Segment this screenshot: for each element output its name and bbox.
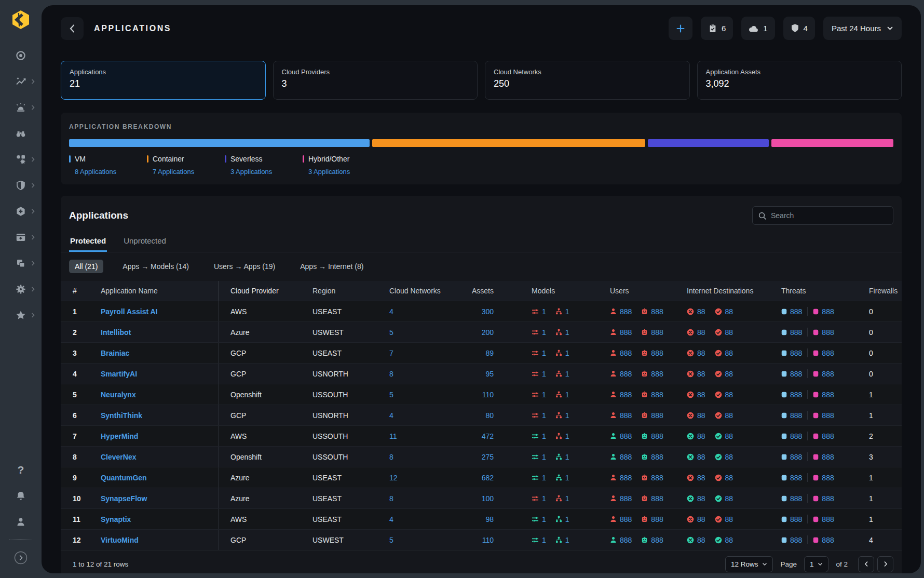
threat-chip-count-link[interactable]: 888 [822, 391, 834, 399]
user-count-link[interactable]: 888 [620, 536, 632, 544]
threat-chip-count-link[interactable]: 888 [790, 494, 802, 503]
circle-check-count-link[interactable]: 88 [725, 411, 733, 420]
circle-check-count-link[interactable]: 88 [725, 328, 733, 337]
threat-chip-count-link[interactable]: 888 [790, 411, 802, 420]
threat-chip-count-link[interactable]: 888 [790, 474, 802, 482]
cloud-networks-link[interactable]: 8 [389, 494, 393, 503]
robot-count-link[interactable]: 888 [651, 453, 663, 461]
threat-chip-count-link[interactable]: 888 [822, 411, 834, 420]
application-name-link[interactable]: Brainiac [101, 349, 129, 357]
breakdown-segment-severless[interactable] [648, 139, 769, 147]
legend-count-link[interactable]: 3 Applications [230, 168, 272, 176]
assets-link[interactable]: 95 [485, 370, 494, 378]
cloud-networks-link[interactable]: 4 [389, 411, 393, 420]
robot-count-link[interactable]: 888 [651, 432, 663, 440]
hierarchy-count-link[interactable]: 1 [565, 411, 569, 420]
threat-chip-count-link[interactable]: 888 [790, 432, 802, 440]
application-name-link[interactable]: SynapseFlow [101, 494, 147, 503]
sliders-count-link[interactable]: 1 [542, 432, 546, 440]
user-count-link[interactable]: 888 [620, 370, 632, 378]
hierarchy-count-link[interactable]: 1 [565, 453, 569, 461]
sliders-count-link[interactable]: 1 [542, 494, 546, 503]
sidebar-item-account[interactable] [0, 509, 42, 535]
sliders-count-link[interactable]: 1 [542, 536, 546, 544]
stat-card-cloud-providers[interactable]: Cloud Providers 3 [273, 61, 478, 100]
hierarchy-count-link[interactable]: 1 [565, 536, 569, 544]
sliders-count-link[interactable]: 1 [542, 370, 546, 378]
hierarchy-count-link[interactable]: 1 [565, 349, 569, 357]
circle-x-count-link[interactable]: 88 [697, 432, 705, 440]
assets-link[interactable]: 110 [482, 391, 494, 399]
circle-x-count-link[interactable]: 88 [697, 391, 705, 399]
sidebar-expand-button[interactable] [0, 545, 42, 571]
robot-count-link[interactable]: 888 [651, 391, 663, 399]
circle-x-count-link[interactable]: 88 [697, 474, 705, 482]
stat-card-cloud-networks[interactable]: Cloud Networks 250 [485, 61, 690, 100]
threat-chip-count-link[interactable]: 888 [822, 453, 834, 461]
threat-chip-count-link[interactable]: 888 [790, 536, 802, 544]
assets-link[interactable]: 200 [482, 328, 494, 337]
legend-count-link[interactable]: 7 Applications [153, 168, 194, 176]
rows-per-page-select[interactable]: 12 Rows [725, 556, 773, 572]
robot-count-link[interactable]: 888 [651, 474, 663, 482]
hierarchy-count-link[interactable]: 1 [565, 307, 569, 316]
threat-chip-count-link[interactable]: 888 [790, 370, 802, 378]
threat-chip-count-link[interactable]: 888 [822, 328, 834, 337]
circle-x-count-link[interactable]: 88 [697, 494, 705, 503]
robot-count-link[interactable]: 888 [651, 494, 663, 503]
application-name-link[interactable]: SmartifyAI [101, 370, 137, 378]
cloud-networks-link[interactable]: 4 [389, 515, 393, 523]
robot-count-link[interactable]: 888 [651, 328, 663, 337]
user-count-link[interactable]: 888 [620, 328, 632, 337]
sliders-count-link[interactable]: 1 [542, 349, 546, 357]
cloud-networks-link[interactable]: 4 [389, 307, 393, 316]
application-name-link[interactable]: Synaptix [101, 515, 131, 523]
shields-count-chip[interactable]: 4 [783, 17, 815, 40]
robot-count-link[interactable]: 888 [651, 411, 663, 420]
application-name-link[interactable]: SynthiThink [101, 411, 142, 420]
sliders-count-link[interactable]: 1 [542, 307, 546, 316]
stat-card-application-assets[interactable]: Application Assets 3,092 [697, 61, 902, 100]
sidebar-item-help[interactable]: ? [0, 457, 42, 483]
circle-check-count-link[interactable]: 88 [725, 453, 733, 461]
legend-count-link[interactable]: 3 Applications [308, 168, 350, 176]
application-name-link[interactable]: CleverNex [101, 453, 137, 461]
circle-check-count-link[interactable]: 88 [725, 307, 733, 316]
tasks-count-chip[interactable]: 6 [701, 17, 733, 40]
threat-chip-count-link[interactable]: 888 [822, 370, 834, 378]
previous-page-button[interactable] [858, 556, 874, 572]
cloud-networks-link[interactable]: 12 [389, 474, 398, 482]
sidebar-item-gear[interactable] [0, 276, 42, 302]
threat-chip-count-link[interactable]: 888 [790, 515, 802, 523]
cloud-networks-link[interactable]: 8 [389, 453, 393, 461]
circle-check-count-link[interactable]: 88 [725, 432, 733, 440]
assets-link[interactable]: 300 [482, 307, 494, 316]
circle-x-count-link[interactable]: 88 [697, 453, 705, 461]
assets-link[interactable]: 682 [482, 474, 494, 482]
robot-count-link[interactable]: 888 [651, 349, 663, 357]
hierarchy-count-link[interactable]: 1 [565, 432, 569, 440]
circle-check-count-link[interactable]: 88 [725, 349, 733, 357]
sliders-count-link[interactable]: 1 [542, 391, 546, 399]
robot-count-link[interactable]: 888 [651, 370, 663, 378]
threat-chip-count-link[interactable]: 888 [822, 307, 834, 316]
circle-x-count-link[interactable]: 88 [697, 328, 705, 337]
threat-chip-count-link[interactable]: 888 [790, 391, 802, 399]
assets-link[interactable]: 98 [485, 515, 494, 523]
threat-chip-count-link[interactable]: 888 [822, 432, 834, 440]
hierarchy-count-link[interactable]: 1 [565, 474, 569, 482]
threat-chip-count-link[interactable]: 888 [822, 349, 834, 357]
threat-chip-count-link[interactable]: 888 [822, 536, 834, 544]
user-count-link[interactable]: 888 [620, 391, 632, 399]
application-name-link[interactable]: HyperMind [101, 432, 138, 440]
threat-chip-count-link[interactable]: 888 [790, 328, 802, 337]
circle-check-count-link[interactable]: 88 [725, 515, 733, 523]
circle-x-count-link[interactable]: 88 [697, 349, 705, 357]
hierarchy-count-link[interactable]: 1 [565, 328, 569, 337]
cloud-networks-link[interactable]: 5 [389, 536, 393, 544]
hierarchy-count-link[interactable]: 1 [565, 391, 569, 399]
breakdown-segment-container[interactable] [372, 139, 645, 147]
robot-count-link[interactable]: 888 [651, 536, 663, 544]
circle-x-count-link[interactable]: 88 [697, 411, 705, 420]
user-count-link[interactable]: 888 [620, 494, 632, 503]
